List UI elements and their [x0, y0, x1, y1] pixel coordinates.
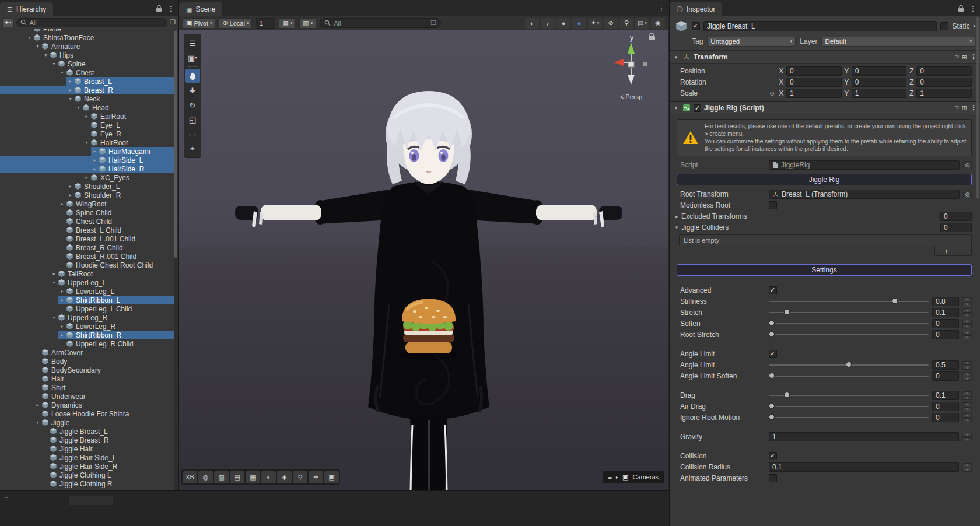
- panel-menu-icon[interactable]: ⋮: [970, 5, 977, 12]
- overlay-expand-icon[interactable]: ▸: [616, 475, 618, 480]
- wave-toggle-icon[interactable]: ∿: [963, 433, 972, 437]
- hierarchy-item-breast-r-child[interactable]: Breast_R Child: [0, 243, 174, 252]
- scale-z-field[interactable]: 1: [916, 89, 972, 98]
- foldout-closed-icon[interactable]: ▸: [58, 332, 66, 338]
- hierarchy-item-breast-l[interactable]: ▸Breast_L: [0, 77, 174, 86]
- hierarchy-item-jiggle-breast-l[interactable]: Jiggle Breast_L: [0, 427, 174, 436]
- wave-toggle-icon[interactable]: ∿: [963, 437, 972, 441]
- root-stretch-value-field[interactable]: 0: [932, 330, 959, 339]
- skybox-icon[interactable]: ●: [572, 18, 586, 29]
- static-checkbox[interactable]: [940, 22, 949, 30]
- air-drag-slider[interactable]: [769, 401, 929, 412]
- slider-handle[interactable]: [784, 392, 790, 398]
- hierarchy-item-underwear[interactable]: Underwear: [0, 392, 174, 401]
- foldout-open-icon[interactable]: ▾: [34, 44, 41, 49]
- hierarchy-item-upperleg-r[interactable]: ▾UpperLeg_R: [0, 313, 174, 322]
- excluded-transforms-count-field[interactable]: 0: [940, 212, 972, 221]
- hierarchy-item-shinratoonface[interactable]: ▾ShinraToonFace: [0, 33, 174, 42]
- hierarchy-item-spine-child[interactable]: Spine Child: [0, 208, 174, 217]
- rotation-y-field[interactable]: 0: [852, 78, 907, 87]
- script-field[interactable]: JiggleRig: [769, 160, 960, 170]
- jiggle-rig-button[interactable]: Jiggle Rig: [677, 174, 972, 185]
- drag-value-field[interactable]: 0.1: [932, 391, 959, 400]
- foldout-open-icon[interactable]: ▾: [83, 140, 90, 145]
- hierarchy-item-xc-eyes[interactable]: ▸XC_Eyes: [0, 173, 174, 182]
- lock-icon[interactable]: [156, 5, 162, 12]
- material-icon[interactable]: ◈: [277, 471, 292, 483]
- tab-inspector[interactable]: ⓘ Inspector: [670, 2, 722, 16]
- magnifier-icon[interactable]: ⚲: [293, 471, 307, 483]
- pivot-dropdown[interactable]: ▣ Pivot ▾: [183, 18, 215, 29]
- transform-component-header[interactable]: ▾ Transform ? ⊞ ⋮: [670, 51, 980, 64]
- hierarchy-item-lowerleg-r[interactable]: ▸LowerLeg_R: [0, 322, 174, 331]
- hierarchy-item-lowerleg-l[interactable]: ▸LowerLeg_L: [0, 287, 174, 296]
- constrain-proportions-icon[interactable]: ⊘: [768, 90, 776, 97]
- scale-tool[interactable]: ◱: [185, 113, 200, 127]
- hierarchy-item-neck[interactable]: ▾Neck: [0, 94, 174, 103]
- hierarchy-item-dynamics[interactable]: ▸Dynamics: [0, 401, 174, 409]
- hierarchy-item-spine[interactable]: ▾Spine: [0, 59, 174, 68]
- help-icon[interactable]: ?: [956, 104, 959, 111]
- slider-handle[interactable]: [769, 331, 775, 337]
- motionless-root-field[interactable]: [769, 201, 777, 209]
- sphere-icon[interactable]: ◍: [198, 471, 213, 483]
- overlay-handle-icon[interactable]: ≡: [608, 474, 612, 481]
- xb-button[interactable]: XB: [183, 471, 197, 483]
- hierarchy-item-eye-r[interactable]: Eye_R: [0, 129, 174, 138]
- wave-toggle-icon[interactable]: ∿: [963, 324, 972, 328]
- foldout-closed-icon[interactable]: ▸: [34, 402, 41, 408]
- wave-toggle-icon[interactable]: ∿: [963, 463, 972, 467]
- position-y-field[interactable]: 0: [852, 66, 907, 76]
- hidden-objects-icon[interactable]: ⊘: [604, 18, 618, 29]
- foldout-open-icon[interactable]: ▾: [673, 225, 680, 230]
- preset-icon[interactable]: ⊞: [962, 104, 967, 112]
- foldout-closed-icon[interactable]: ▸: [58, 289, 66, 294]
- wave-toggle-icon[interactable]: ∿: [963, 302, 972, 306]
- gizmos-icon[interactable]: ▤▾: [635, 18, 649, 29]
- texture-icon[interactable]: ▨: [214, 471, 229, 483]
- foldout-open-icon[interactable]: ▾: [673, 54, 680, 60]
- hierarchy-item-breast-r-001-child[interactable]: Breast_R.001 Child: [0, 252, 174, 261]
- angle-limit-checkbox[interactable]: [769, 350, 777, 358]
- hierarchy-item-jiggle-breast-r[interactable]: Jiggle Breast_R: [0, 436, 174, 444]
- foldout-open-icon[interactable]: ▾: [66, 96, 74, 101]
- foldout-open-icon[interactable]: ▾: [50, 315, 58, 320]
- wave-toggle-icon[interactable]: ∿: [963, 377, 972, 381]
- hierarchy-item-earroot[interactable]: ▸EarRoot: [0, 112, 174, 121]
- search-scope-icon[interactable]: ❐: [170, 19, 176, 26]
- hierarchy-item-upperleg-r-child[interactable]: UpperLeg_R Child: [0, 339, 174, 348]
- object-picker-icon[interactable]: ⊙: [963, 161, 972, 169]
- slider-handle[interactable]: [784, 309, 790, 315]
- scene-visibility-icon[interactable]: ◉: [651, 18, 665, 29]
- slider-handle[interactable]: [769, 373, 775, 378]
- slider-handle[interactable]: [769, 320, 775, 326]
- foldout-open-icon[interactable]: ▾: [50, 280, 58, 285]
- wave-toggle-icon[interactable]: ∿: [963, 402, 972, 406]
- bottom-panel-tab[interactable]: [69, 496, 113, 505]
- hierarchy-item-tailroot[interactable]: ▸TailRoot: [0, 269, 174, 278]
- overlay-menu[interactable]: ☰: [185, 36, 200, 50]
- hierarchy-item-wingroot[interactable]: ▸WingRoot: [0, 199, 174, 208]
- hierarchy-item-upperleg-l-child[interactable]: UpperLeg_L Child: [0, 304, 174, 313]
- collision-checkbox[interactable]: [769, 452, 777, 460]
- panel-menu-icon[interactable]: ⋮: [167, 5, 174, 12]
- hierarchy-item-hairmaegami[interactable]: ▸HairMaegami: [0, 147, 174, 156]
- fog-icon[interactable]: ●: [556, 18, 570, 29]
- hierarchy-search-input[interactable]: All: [16, 18, 168, 27]
- lock-icon[interactable]: [958, 5, 964, 12]
- help-icon[interactable]: ?: [956, 54, 959, 61]
- jiggle-colliders-row[interactable]: ▾ Jiggle Colliders 0: [670, 222, 980, 233]
- hierarchy-item-jiggle[interactable]: ▾Jiggle: [0, 418, 174, 427]
- active-checkbox[interactable]: [692, 22, 700, 30]
- move-icon[interactable]: ✛: [309, 471, 323, 483]
- hierarchy-item-breast-l-001-child[interactable]: Breast_L.001 Child: [0, 234, 174, 243]
- wave-toggle-icon[interactable]: ∿: [963, 418, 972, 422]
- hierarchy-item-chest-child[interactable]: Chest Child: [0, 217, 174, 226]
- hierarchy-item-body[interactable]: Body: [0, 357, 174, 366]
- hierarchy-item-shoulder-r[interactable]: ▸Shoulder_R: [0, 191, 174, 199]
- position-x-field[interactable]: 0: [786, 66, 842, 76]
- foldout-closed-icon[interactable]: ▸: [66, 79, 74, 84]
- wave-toggle-icon[interactable]: ∿: [963, 335, 972, 339]
- foldout-closed-icon[interactable]: ▸: [66, 87, 74, 93]
- wave-toggle-icon[interactable]: ∿: [963, 313, 972, 317]
